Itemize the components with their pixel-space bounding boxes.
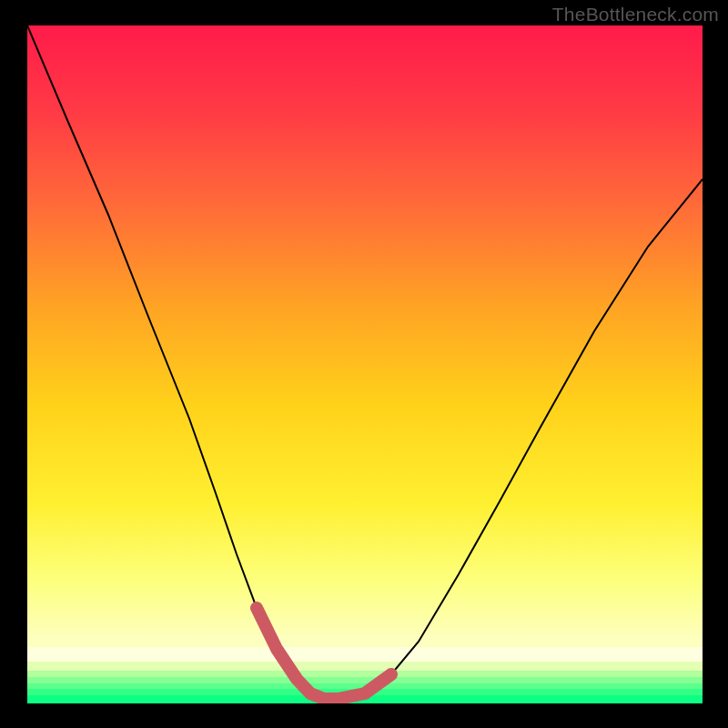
chart-frame: TheBottleneck.com (0, 0, 728, 728)
bg-band (27, 662, 703, 671)
bg-band (27, 671, 703, 677)
bg-gradient (27, 25, 703, 639)
bg-band (27, 639, 703, 647)
plot-background (27, 25, 703, 703)
chart-svg (0, 0, 728, 728)
watermark-text: TheBottleneck.com (552, 4, 719, 25)
bg-band (27, 677, 703, 683)
bg-band (27, 647, 703, 662)
